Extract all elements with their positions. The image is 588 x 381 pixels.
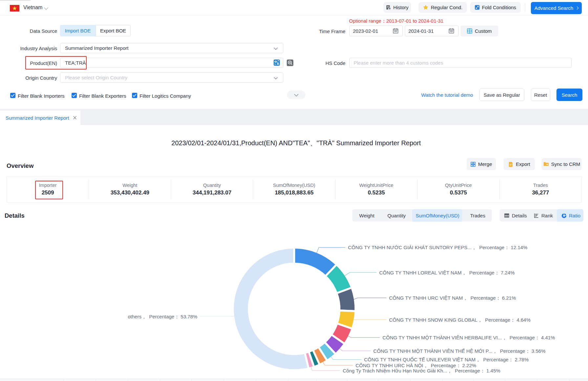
svg-text:CÔNG TY TNHH MỘT THÀNH VIÊN HE: CÔNG TY TNHH MỘT THÀNH VIÊN HERBALIFE VI… [382,335,555,340]
svg-text:CÔNG TY TNHH URC VIỆT NAM， Pe: CÔNG TY TNHH URC VIỆT NAM， Percentage： 6… [389,295,516,301]
svg-text:CÔNG TY TNHH LOREAL VIỆT NAM，: CÔNG TY TNHH LOREAL VIỆT NAM， Percentage… [379,270,515,275]
svg-text:Công Ty Trách Nhiệm Hữu Hạn Nư: Công Ty Trách Nhiệm Hữu Hạn Nước Giải Kh… [343,368,500,373]
svg-text:A: A [277,62,279,66]
svg-text:CÔNG TY TNHH SNOW KING GLOBAL，: CÔNG TY TNHH SNOW KING GLOBAL， Percentag… [389,317,531,323]
svg-text:CÔNG TY TNHH QUỐC TẾ UNILEVER: CÔNG TY TNHH QUỐC TẾ UNILEVER VIỆT NAM， … [364,357,529,362]
svg-text:CÔNG TY TNHH URC HÀ NỘI， Perc: CÔNG TY TNHH URC HÀ NỘI， Percentage： 2.2… [356,363,476,368]
svg-text:CÔNG TY TNHH MỘT THÀNH VIÊN TH: CÔNG TY TNHH MỘT THÀNH VIÊN THẾ HỆ MỚI P… [373,348,545,354]
svg-text:others， Percentage： 53.78%: others， Percentage： 53.78% [128,314,197,319]
svg-text:CÔNG TY TNHH NƯỚC GIẢI KHÁT SU: CÔNG TY TNHH NƯỚC GIẢI KHÁT SUNTORY PEPS… [348,245,527,250]
